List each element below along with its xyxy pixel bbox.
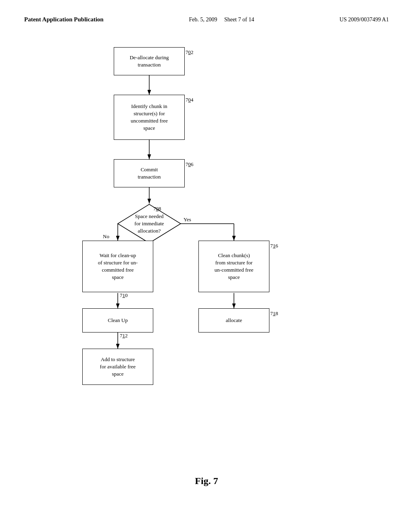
box-704: Identify chunk instructure(s) foruncommi…: [114, 95, 185, 140]
box-716-label: Clean chunk(s)from structure forun-commi…: [215, 252, 253, 281]
box-718-label: allocate: [226, 317, 242, 324]
header-sheet: Sheet 7 of 14: [224, 17, 254, 23]
step-label-704: 704: [186, 97, 194, 103]
box-704-label: Identify chunk instructure(s) foruncommi…: [131, 103, 168, 132]
step-label-702: 702: [186, 49, 194, 56]
step-label-716: 716: [270, 243, 278, 249]
box-712: Clean Up: [82, 308, 153, 332]
page: Patent Application Publication Feb. 5, 2…: [0, 0, 413, 532]
box-710-label: Wait for clean-upof structure for un-com…: [98, 252, 138, 281]
step-label-708: 708: [153, 206, 161, 212]
step-label-706: 706: [186, 161, 194, 168]
header-right: US 2009/0037499 A1: [340, 17, 389, 23]
box-706-label: Committransaction: [138, 166, 161, 181]
box-716: Clean chunk(s)from structure forun-commi…: [198, 241, 269, 292]
header-date-text: Feb. 5, 2009: [189, 17, 217, 23]
box-710: Wait for clean-upof structure for un-com…: [82, 241, 153, 292]
flowchart-diagram: De-allocate duringtransaction 702 Identi…: [24, 35, 389, 495]
label-no: No: [103, 233, 109, 240]
box-702-label: De-allocate duringtransaction: [129, 54, 169, 69]
diamond-708-label: Space neededfor immediateallocation?: [134, 213, 164, 235]
label-yes: Yes: [184, 216, 191, 223]
box-714-label: Add to structurefor available freespace: [100, 356, 136, 378]
step-label-718: 718: [270, 310, 278, 317]
box-714: Add to structurefor available freespace: [82, 349, 153, 385]
header-date: Feb. 5, 2009 Sheet 7 of 14: [189, 17, 254, 23]
header-left: Patent Application Publication: [24, 16, 104, 23]
box-718: allocate: [198, 308, 269, 332]
box-712-label: Clean Up: [108, 317, 127, 324]
fig-label: Fig. 7: [24, 476, 389, 486]
box-702: De-allocate duringtransaction: [114, 47, 185, 75]
header: Patent Application Publication Feb. 5, 2…: [24, 16, 389, 23]
step-label-712: 712: [120, 332, 128, 339]
box-706: Committransaction: [114, 159, 185, 187]
step-label-710: 710: [120, 292, 128, 299]
